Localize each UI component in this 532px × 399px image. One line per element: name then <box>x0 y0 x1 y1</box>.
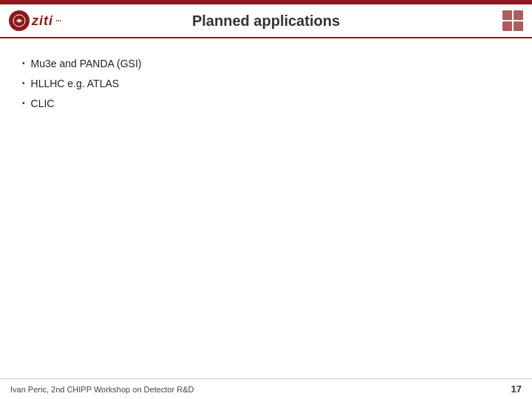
grid-cell-1 <box>502 10 512 20</box>
bullet-text: HLLHC e.g. ATLAS <box>31 76 120 92</box>
bullet-dot: • <box>22 58 25 69</box>
list-item: • HLLHC e.g. ATLAS <box>22 76 510 92</box>
bullet-text: CLIC <box>31 96 55 112</box>
footer-caption: Ivan Peric, 2nd CHIPP Workshop on Detect… <box>10 385 194 394</box>
bullet-dot: • <box>22 78 25 89</box>
content-area: • Mu3e and PANDA (GSI) • HLLHC e.g. ATLA… <box>0 38 532 378</box>
bullet-list: • Mu3e and PANDA (GSI) • HLLHC e.g. ATLA… <box>22 56 510 112</box>
footer: Ivan Peric, 2nd CHIPP Workshop on Detect… <box>0 378 532 399</box>
grid-cell-2 <box>514 10 523 20</box>
grid-cell-3 <box>502 21 512 31</box>
ziti-dots: ··· <box>55 17 61 25</box>
list-item: • CLIC <box>22 96 510 112</box>
grid-cell-4 <box>514 21 523 31</box>
page-title: Planned applications <box>192 13 340 30</box>
ziti-logo: ziti ··· <box>9 10 61 31</box>
bullet-dot: • <box>22 98 25 109</box>
slide: ziti ··· Planned applications • Mu3e and… <box>0 0 532 399</box>
logos-left: ziti ··· <box>9 10 61 31</box>
footer-page-number: 17 <box>511 383 522 395</box>
grid-icon <box>502 10 523 31</box>
ziti-wordmark: ziti <box>32 13 53 29</box>
bullet-text: Mu3e and PANDA (GSI) <box>31 56 142 72</box>
grid-icon-container <box>502 10 523 31</box>
logo-circle <box>9 10 30 31</box>
header: ziti ··· Planned applications <box>0 4 532 38</box>
list-item: • Mu3e and PANDA (GSI) <box>22 56 510 72</box>
